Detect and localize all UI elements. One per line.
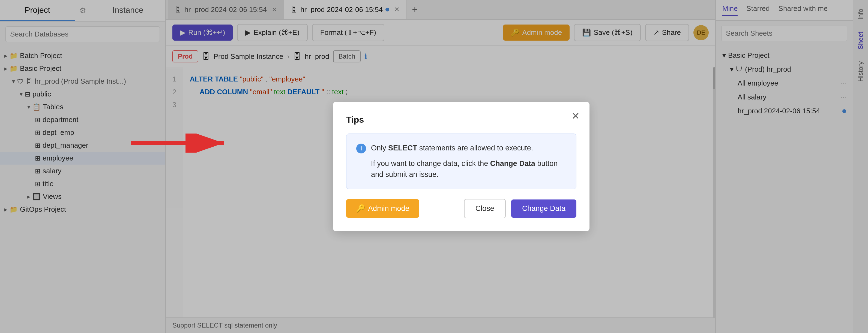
modal-close-x-button[interactable]: ✕ (571, 110, 580, 122)
modal-info-box: i Only SELECT statements are allowed to … (346, 134, 577, 189)
modal-info-text-1: Only SELECT statements are allowed to ex… (371, 142, 533, 154)
admin-mode-label: Admin mode (368, 204, 409, 213)
modal-close-button[interactable]: Close (464, 199, 506, 218)
info-circle-icon: i (356, 144, 366, 154)
tips-modal: Tips ✕ i Only SELECT statements are allo… (333, 102, 589, 231)
key-icon: 🔑 (356, 204, 365, 213)
modal-admin-mode-button[interactable]: 🔑 Admin mode (346, 199, 419, 218)
modal-overlay: Tips ✕ i Only SELECT statements are allo… (0, 0, 868, 333)
modal-change-data-button[interactable]: Change Data (511, 199, 577, 218)
modal-actions: 🔑 Admin mode Close Change Data (346, 199, 577, 218)
arrow-svg (131, 134, 235, 153)
modal-title: Tips (346, 115, 577, 125)
modal-info-text-2: If you want to change data, click the Ch… (356, 158, 566, 180)
arrow-indicator (131, 134, 235, 155)
modal-info-row-1: i Only SELECT statements are allowed to … (356, 142, 566, 154)
